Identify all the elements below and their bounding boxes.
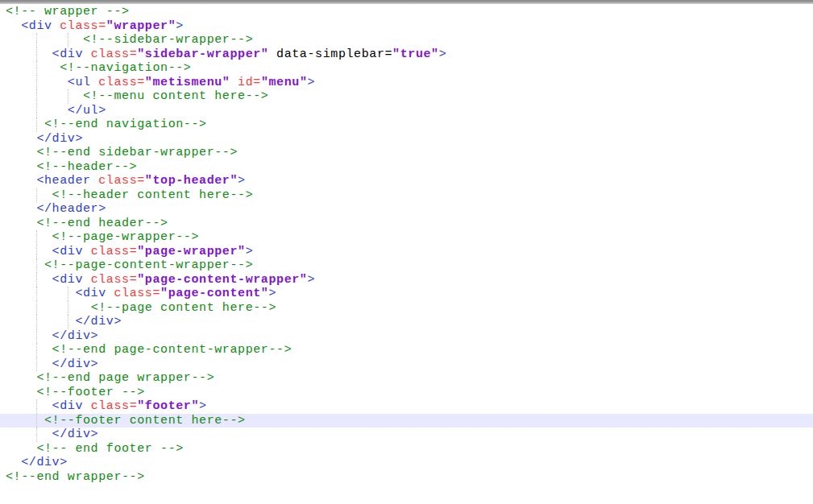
token-text [106,287,114,300]
token-tag: > [246,245,254,258]
code-line[interactable]: <!--header content here--> [0,188,813,203]
code-line[interactable]: <!--footer --> [0,386,813,400]
token-attribute: class= [98,174,145,188]
code-line[interactable]: <!-- end footer --> [0,442,813,456]
token-comment: <!--header--> [36,160,137,174]
code-line[interactable]: <!--header--> [0,160,813,175]
code-line[interactable]: <!--end page wrapper--> [0,371,813,386]
code-line[interactable]: <div class="page-content"> [0,287,813,301]
token-string: "page-content-wrapper" [137,273,307,287]
code-line[interactable]: <!--page-content-wrapper--> [0,258,813,273]
token-string: "true" [392,48,439,61]
token-comment: <!--end header--> [36,217,168,230]
token-attribute: class= [91,48,138,61]
indent-guide [36,258,37,273]
code-line[interactable]: <!--navigation--> [0,61,813,76]
code-line[interactable]: </ul> [0,104,813,118]
token-comment: <!--page content here--> [91,301,276,315]
code-line[interactable]: </div> [0,357,813,372]
token-string: "wrapper" [106,19,176,33]
token-tag: > [307,273,315,287]
indent-guide [36,188,37,203]
code-line[interactable]: <!--menu content here--> [0,89,813,104]
token-tag: > [238,174,246,188]
token-comment: <!--end page wrapper--> [36,371,214,385]
token-comment: <!--footer content here--> [44,414,246,428]
code-line[interactable]: </div> [0,329,813,344]
code-line[interactable]: </div> [0,132,813,147]
token-tag: > [308,76,316,89]
indent-guide [68,33,68,48]
indent-guide [36,118,37,132]
code-line[interactable]: <!--end wrapper--> [0,470,813,485]
token-string: "page-content" [160,287,268,300]
token-attribute: class= [91,245,138,258]
code-line[interactable]: </div> [0,428,813,442]
indent-guide [68,315,68,329]
indent-whitespace [6,315,75,328]
token-tag: <div [52,245,83,258]
indent-whitespace [6,428,52,441]
code-line[interactable]: </div> [0,456,813,470]
token-tag: </div> [36,132,83,146]
token-attribute: class= [114,287,160,300]
token-comment: <!-- wrapper --> [6,5,130,19]
token-comment: <!--end navigation--> [44,118,207,131]
token-attribute: id= [238,76,261,89]
code-line[interactable]: <!--page-wrapper--> [0,230,813,245]
editor-window: <!-- wrapper --> <div class="wrapper"> <… [0,0,813,504]
token-attribute: class= [91,273,138,287]
token-text [230,76,238,89]
code-line[interactable]: <div class="page-wrapper"> [0,245,813,259]
token-tag: > [176,19,184,33]
code-line[interactable]: <!--end header--> [0,217,813,231]
code-line[interactable]: <div class="page-content-wrapper"> [0,273,813,287]
code-editor[interactable]: <!-- wrapper --> <div class="wrapper"> <… [0,4,813,484]
code-line[interactable]: <div class="wrapper"> [0,19,813,34]
indent-guide [36,287,37,301]
indent-guide [36,343,37,357]
indent-guide [36,230,37,245]
indent-guide [36,357,37,372]
code-line[interactable]: <!--end page-content-wrapper--> [0,343,813,357]
code-line[interactable]: </header> [0,202,813,217]
indent-whitespace [6,89,83,103]
current-line-highlight[interactable]: <!--footer content here--> [0,414,813,428]
token-comment: <!--sidebar-wrapper--> [83,33,253,47]
token-comment: <!--page-wrapper--> [52,230,199,244]
token-comment: <!--page-content-wrapper--> [44,258,253,272]
code-line[interactable]: <ul class="metismenu" id="menu"> [0,76,813,90]
token-text [83,48,91,61]
token-text [83,399,91,413]
token-comment: <!-- end footer --> [36,442,183,456]
token-text: data-simplebar= [268,48,392,61]
code-line[interactable]: </div> [0,315,813,329]
indent-whitespace [6,442,36,456]
indent-whitespace [6,456,21,469]
token-tag: > [199,399,207,413]
code-line[interactable]: <div class="footer"> [0,399,813,414]
code-line[interactable]: <header class="top-header"> [0,174,813,188]
indent-whitespace [6,174,36,188]
code-line[interactable]: <!--end navigation--> [0,118,813,132]
token-tag: </div> [52,428,99,441]
indent-guide [68,89,68,104]
indent-whitespace [6,343,52,357]
token-tag: </ul> [68,104,106,118]
indent-whitespace [6,146,36,159]
code-line[interactable]: <!-- wrapper --> [0,5,813,19]
indent-guide [36,315,37,329]
token-comment: <!--navigation--> [60,61,191,75]
indent-guide [36,104,37,118]
code-line[interactable]: <div class="sidebar-wrapper" data-simple… [0,48,813,62]
code-line[interactable]: <!--end sidebar-wrapper--> [0,146,813,160]
indent-guide [36,245,37,259]
code-line[interactable]: <!--page content here--> [0,301,813,316]
token-tag: <div [52,48,83,61]
indent-whitespace [6,357,52,371]
code-line[interactable]: <!--sidebar-wrapper--> [0,33,813,48]
token-comment: <!--end sidebar-wrapper--> [36,146,238,159]
indent-guide [36,399,37,414]
token-attribute: class= [91,399,138,413]
indent-guide [36,428,37,442]
